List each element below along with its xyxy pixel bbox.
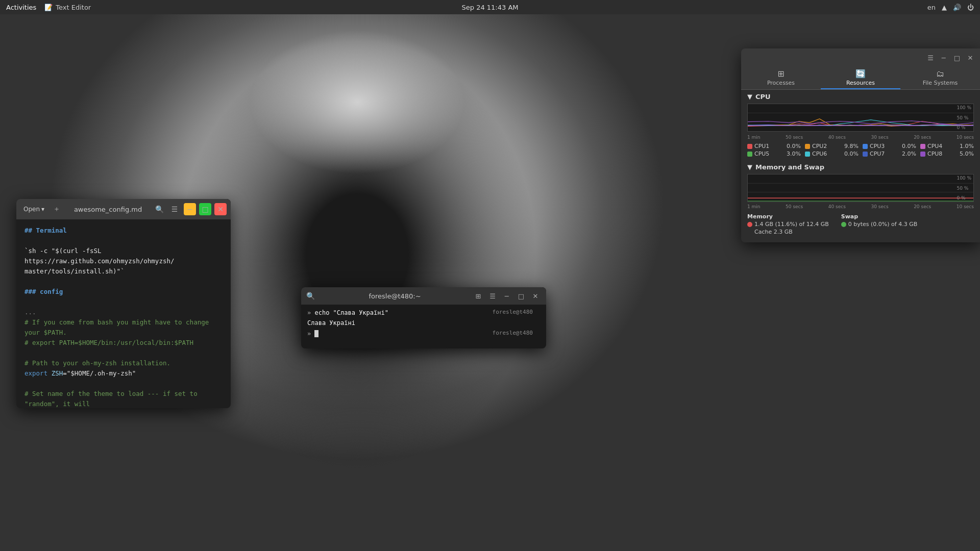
sysmon-window: ☰ − □ ✕ ⊞ Processes 🔄 Resources 🗂 File S…: [741, 48, 980, 242]
cpu4-color: [920, 144, 925, 149]
cpu7-color: [863, 152, 868, 157]
cpu5-value: 3.0%: [787, 151, 801, 157]
terminal-line-2: » foresle@t480: [307, 329, 540, 339]
terminal-search-icon[interactable]: 🔍: [306, 292, 315, 300]
cpu8-name: CPU8: [927, 151, 942, 157]
terminal-titlebar: 🔍 foresle@t480:~ ⊞ ☰ − □ ✕: [301, 287, 546, 305]
search-icon[interactable]: 🔍: [153, 203, 165, 215]
cpu-chart-labels-bottom: 1 min 50 secs 40 secs 30 secs 20 secs 10…: [741, 135, 980, 140]
menu-icon[interactable]: ☰: [168, 203, 181, 215]
memory-collapse-arrow: ▼: [747, 163, 752, 171]
terminal-menu-icon[interactable]: ☰: [487, 290, 498, 302]
cpu-chart-svg: [748, 104, 973, 131]
topbar: Activities 📝 Text Editor Sep 24 11:43 AM…: [0, 0, 980, 14]
memory-legend-item: Memory 1.4 GB (11.6%) of 12.4 GB Cache 2…: [747, 213, 829, 235]
cpu4-legend: CPU4 1.0%: [920, 143, 974, 149]
locale-label: en: [927, 4, 936, 11]
cpu-section: ▼ CPU 100: [741, 90, 980, 160]
terminal-hostname-1: foresle@t480: [493, 308, 533, 317]
tab-resources-label: Resources: [846, 80, 875, 86]
cpu7-value: 2.0%: [902, 151, 916, 157]
cpu-label-0: 0 %: [957, 125, 971, 130]
text-editor-title: awesome_config.md: [67, 206, 149, 213]
cpu6-name: CPU6: [812, 151, 827, 157]
text-editor-content[interactable]: ## Terminal `sh -c "$(curl -fsSL https:/…: [16, 219, 231, 408]
cpu5-color: [747, 152, 752, 157]
sysmon-titlebar: ☰ − □ ✕: [741, 48, 980, 67]
terminal-prompt-2: »: [307, 330, 314, 337]
open-label: Open: [23, 206, 40, 213]
cpu-collapse-arrow: ▼: [747, 93, 752, 101]
close-button[interactable]: ✕: [214, 203, 227, 215]
maximize-button[interactable]: □: [199, 203, 211, 215]
cpu2-value: 9.8%: [844, 143, 859, 149]
memory-value: 1.4 GB (11.6%) of 12.4 GB: [747, 221, 829, 228]
topbar-app: 📝 Text Editor: [44, 4, 91, 11]
terminal-close-icon[interactable]: ✕: [530, 290, 541, 302]
resources-icon: 🔄: [855, 69, 866, 79]
terminal-minimize-icon[interactable]: −: [501, 290, 512, 302]
cpu2-color: [805, 144, 810, 149]
swap-dot: [841, 222, 846, 227]
tab-resources[interactable]: 🔄 Resources: [821, 67, 900, 89]
memory-val-text: 1.4 GB (11.6%) of 12.4 GB: [754, 221, 829, 228]
cpu4-name: CPU4: [927, 143, 942, 149]
open-chevron-icon: ▾: [41, 206, 44, 213]
cpu7-legend: CPU7 2.0%: [863, 151, 916, 157]
minimize-button[interactable]: −: [184, 203, 196, 215]
cpu7-name: CPU7: [870, 151, 885, 157]
cpu8-color: [920, 152, 925, 157]
wifi-icon: ▲: [942, 4, 947, 11]
memory-section-label: Memory and Swap: [755, 163, 824, 171]
network-section-label: Network: [755, 241, 787, 242]
terminal-hostname-2: foresle@t480: [493, 329, 533, 338]
cpu-chart: 100 % 50 % 0 %: [747, 104, 974, 132]
sysmon-content[interactable]: ▼ CPU 100: [741, 90, 980, 242]
cpu1-legend: CPU1 0.0%: [747, 143, 801, 149]
sysmon-minimize-icon[interactable]: −: [938, 52, 949, 63]
tab-processes[interactable]: ⊞ Processes: [741, 67, 821, 89]
activities-button[interactable]: Activities: [6, 4, 36, 11]
cpu3-legend: CPU3 0.0%: [863, 143, 916, 149]
sound-icon: 🔊: [953, 4, 961, 11]
cpu6-value: 0.0%: [844, 151, 859, 157]
terminal-new-tab-icon[interactable]: ⊞: [473, 290, 484, 302]
memory-chart-labels-right: 100 % 50 % 0 %: [957, 174, 971, 202]
topbar-datetime: Sep 24 11:43 AM: [461, 4, 518, 11]
cpu-section-header[interactable]: ▼ CPU: [741, 90, 980, 104]
tab-filesystems[interactable]: 🗂 File Systems: [900, 67, 980, 89]
cpu2-legend: CPU2 9.8%: [805, 143, 859, 149]
sysmon-maximize-icon[interactable]: □: [951, 52, 963, 63]
cache-value: Cache 2.3 GB: [747, 229, 829, 235]
swap-value: 0 bytes (0.0%) of 4.3 GB: [841, 221, 917, 228]
terminal-cursor: [314, 330, 318, 337]
tab-filesystems-label: File Systems: [923, 80, 958, 86]
network-collapse-arrow: ▼: [747, 241, 752, 242]
terminal-line-1: » echo "Слава Україні" foresle@t480: [307, 308, 540, 318]
titlebar-right-icons: 🔍 ☰ − □ ✕: [153, 203, 227, 215]
terminal-content[interactable]: » echo "Слава Україні" foresle@t480 Слав…: [301, 305, 546, 348]
cpu4-value: 1.0%: [960, 143, 974, 149]
open-button[interactable]: Open ▾: [20, 205, 47, 214]
memory-chart-svg: [748, 174, 973, 202]
cpu3-color: [863, 144, 868, 149]
terminal-window: 🔍 foresle@t480:~ ⊞ ☰ − □ ✕ » echo "Слава…: [301, 287, 546, 348]
terminal-output: Слава Україні: [307, 319, 355, 327]
app-name-label: Text Editor: [56, 4, 91, 11]
terminal-title: foresle@t480:~: [321, 292, 469, 300]
swap-val-text: 0 bytes (0.0%) of 4.3 GB: [848, 221, 917, 228]
terminal-maximize-icon[interactable]: □: [516, 290, 527, 302]
cache-val-text: Cache 2.3 GB: [754, 229, 793, 235]
app-icon: 📝: [44, 4, 53, 11]
network-section-header[interactable]: ▼ Network: [741, 238, 980, 242]
cpu6-legend: CPU6 0.0%: [805, 151, 859, 157]
sysmon-menu-icon[interactable]: ☰: [925, 52, 936, 63]
text-editor-window: Open ▾ ＋ awesome_config.md 🔍 ☰ − □ ✕ ## …: [16, 199, 231, 408]
power-icon: ⏻: [967, 4, 974, 11]
sysmon-close-icon[interactable]: ✕: [965, 52, 976, 63]
new-tab-icon[interactable]: ＋: [51, 203, 63, 215]
cpu1-color: [747, 144, 752, 149]
memory-section-header[interactable]: ▼ Memory and Swap: [741, 160, 980, 174]
swap-legend-item: Swap 0 bytes (0.0%) of 4.3 GB: [841, 213, 917, 235]
processes-icon: ⊞: [777, 69, 784, 79]
